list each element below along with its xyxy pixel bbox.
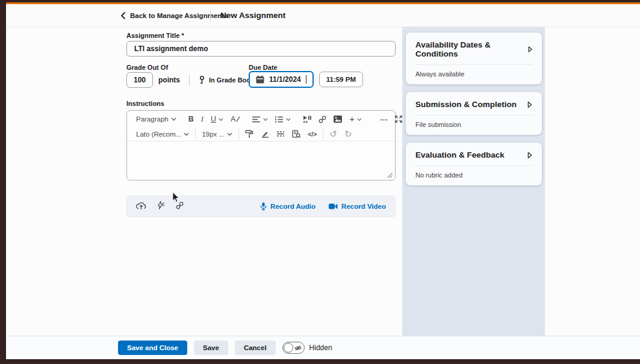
card-header: Availability Dates & Conditions bbox=[415, 40, 532, 58]
chevron-right-icon bbox=[527, 101, 532, 108]
lightning-icon bbox=[157, 201, 165, 209]
cancel-button[interactable]: Cancel bbox=[235, 341, 276, 355]
insert-stuff-button[interactable] bbox=[299, 113, 315, 126]
bold-button[interactable]: B bbox=[185, 113, 197, 126]
insert-link-button[interactable] bbox=[315, 113, 330, 126]
italic-button[interactable]: I bbox=[197, 113, 207, 126]
save-button[interactable]: Save bbox=[194, 341, 228, 355]
instructions-editor: Paragraph B I U A bbox=[126, 110, 396, 180]
format-painter-icon bbox=[245, 130, 253, 138]
card-title: Submission & Completion bbox=[415, 100, 517, 109]
list-dropdown[interactable] bbox=[272, 113, 294, 126]
card-divider bbox=[415, 165, 532, 166]
instructions-content-area[interactable] bbox=[127, 141, 395, 180]
chevron-down-icon bbox=[286, 118, 291, 121]
cloud-upload-icon bbox=[136, 202, 146, 209]
due-time-input[interactable]: 11:59 PM bbox=[319, 72, 363, 87]
format-painter-button[interactable] bbox=[241, 128, 257, 140]
record-audio-label: Record Audio bbox=[270, 203, 315, 210]
due-time-value: 11:59 PM bbox=[326, 76, 356, 83]
toggle-knob bbox=[284, 343, 293, 353]
file-upload-button[interactable] bbox=[136, 201, 146, 212]
source-code-icon: </> bbox=[308, 131, 317, 138]
card-title: Availability Dates & Conditions bbox=[415, 40, 528, 58]
alignment-dropdown[interactable] bbox=[249, 113, 272, 126]
italic-icon: I bbox=[201, 115, 203, 124]
grade-divider bbox=[189, 75, 190, 86]
redo-button[interactable]: ↻ bbox=[341, 128, 356, 140]
hidden-toggle-label: Hidden bbox=[309, 344, 332, 352]
preview-button[interactable] bbox=[288, 128, 304, 140]
font-color-icon: A bbox=[231, 115, 235, 123]
availability-dates-conditions-card[interactable]: Availability Dates & Conditions Always a… bbox=[406, 32, 542, 84]
clear-formatting-icon bbox=[261, 130, 269, 138]
action-footer: Save and Close Save Cancel Hidden bbox=[6, 336, 640, 359]
assignment-title-input[interactable] bbox=[126, 41, 396, 57]
font-color-button[interactable]: A bbox=[227, 113, 244, 126]
insert-stuff-icon bbox=[303, 116, 311, 123]
attachments-bar: Record Audio Record Video bbox=[126, 196, 396, 217]
paragraph-format-dropdown[interactable]: Paragraph bbox=[132, 113, 180, 126]
insert-image-button[interactable] bbox=[330, 113, 346, 126]
chevron-down-icon bbox=[227, 132, 232, 136]
in-grade-book-label: In Grade Book bbox=[209, 76, 254, 84]
hidden-toggle[interactable] bbox=[282, 342, 305, 354]
chevron-right-icon bbox=[527, 152, 532, 159]
font-size-dropdown[interactable]: 19px ... bbox=[198, 128, 236, 140]
font-color-pen-icon bbox=[236, 116, 240, 122]
card-divider bbox=[415, 64, 532, 65]
settings-sidebar: Availability Dates & Conditions Always a… bbox=[402, 27, 545, 336]
ellipsis-icon: ⋯ bbox=[380, 115, 388, 124]
record-video-button[interactable]: Record Video bbox=[329, 203, 386, 210]
bullet-list-icon bbox=[275, 116, 284, 123]
bold-icon: B bbox=[188, 115, 194, 123]
grade-out-of-label: Grade Out Of bbox=[126, 64, 168, 71]
due-date-row: 11/1/2024 11:59 PM bbox=[249, 71, 363, 88]
mouse-cursor bbox=[172, 192, 179, 203]
horizontal-rule-icon bbox=[276, 131, 285, 137]
visibility-toggle-group: Hidden bbox=[282, 342, 332, 354]
eye-crossed-icon bbox=[294, 345, 302, 351]
instructions-label: Instructions bbox=[126, 100, 164, 107]
font-family-label: Lato (Recom... bbox=[136, 131, 181, 138]
plus-icon: + bbox=[349, 116, 355, 122]
more-actions-button[interactable]: ⋯ bbox=[376, 113, 391, 126]
chevron-down-icon bbox=[184, 132, 189, 136]
video-camera-icon bbox=[329, 203, 338, 209]
text-caret bbox=[306, 75, 306, 84]
horizontal-rule-button[interactable] bbox=[273, 128, 288, 140]
evaluation-feedback-card[interactable]: Evaluation & Feedback No rubric added bbox=[406, 143, 542, 185]
record-audio-button[interactable]: Record Audio bbox=[260, 202, 315, 211]
undo-button[interactable]: ↺ bbox=[326, 128, 341, 140]
chevron-down-icon bbox=[219, 118, 223, 121]
underline-icon: U bbox=[211, 115, 216, 123]
editor-toolbar: Paragraph B I U A bbox=[127, 111, 395, 141]
record-video-label: Record Video bbox=[341, 203, 386, 210]
back-chevron-icon bbox=[120, 12, 125, 19]
source-code-button[interactable]: </> bbox=[304, 128, 320, 140]
card-summary: Always available bbox=[415, 70, 532, 78]
grade-value-input[interactable] bbox=[126, 72, 153, 88]
submission-completion-card[interactable]: Submission & Completion File submission bbox=[406, 92, 542, 135]
card-header: Evaluation & Feedback bbox=[415, 150, 532, 159]
due-date-input[interactable]: 11/1/2024 bbox=[249, 71, 314, 88]
chevron-right-icon bbox=[528, 46, 533, 53]
back-link-label: Back to Manage Assignments bbox=[130, 12, 228, 19]
undo-icon: ↺ bbox=[329, 129, 337, 140]
screenshot-root: { "header": { "back_label": "Back to Man… bbox=[0, 0, 640, 364]
insert-more-dropdown[interactable]: + bbox=[346, 113, 365, 126]
save-and-close-button[interactable]: Save and Close bbox=[118, 341, 187, 355]
font-size-label: 19px ... bbox=[202, 131, 225, 138]
paragraph-format-label: Paragraph bbox=[136, 116, 169, 123]
underline-dropdown[interactable]: U bbox=[207, 113, 227, 126]
clear-formatting-button[interactable] bbox=[257, 128, 273, 140]
chevron-down-icon bbox=[263, 118, 268, 121]
resize-handle-icon[interactable] bbox=[387, 173, 393, 178]
microphone-icon bbox=[260, 202, 267, 211]
font-family-dropdown[interactable]: Lato (Recom... bbox=[132, 128, 193, 140]
toolbar-separator bbox=[195, 129, 196, 139]
card-title: Evaluation & Feedback bbox=[415, 150, 505, 159]
back-to-manage-assignments-link[interactable]: Back to Manage Assignments bbox=[120, 4, 228, 26]
link-icon bbox=[318, 116, 326, 123]
insert-quicklink-button[interactable] bbox=[157, 201, 165, 212]
